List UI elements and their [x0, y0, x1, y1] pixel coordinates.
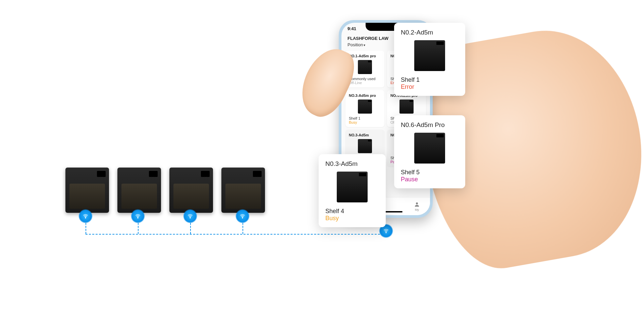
popup-status: Error	[401, 83, 459, 90]
device-card[interactable]: NO.3-Ad5m pro Shelf 1 Busy	[345, 90, 384, 127]
device-status: Off-Line	[349, 81, 381, 85]
svg-point-0	[85, 217, 86, 218]
device-name: NO.3-Ad5m	[349, 133, 381, 137]
device-shelf: Shelf 1	[349, 116, 381, 120]
printer-icon	[358, 139, 372, 153]
printer-icon	[358, 60, 372, 74]
svg-point-2	[190, 217, 191, 218]
popup-name: N0.6-Ad5m Pro	[401, 121, 459, 129]
printer-device	[117, 168, 161, 213]
printer-device	[221, 168, 265, 213]
svg-point-12	[416, 202, 418, 204]
printer-icon	[399, 100, 414, 114]
popup-name: N0.3-Ad5m	[325, 160, 379, 168]
wifi-icon	[131, 209, 145, 223]
popup-card[interactable]: N0.2-Ad5m Shelf 1 Error	[394, 23, 465, 96]
wifi-icon	[183, 209, 197, 223]
popup-status: Busy	[325, 215, 379, 222]
printer-icon	[337, 172, 368, 202]
printer-row	[65, 168, 265, 213]
printer-device	[169, 168, 213, 213]
popup-shelf: Shelf 4	[325, 208, 379, 215]
wifi-icon	[78, 209, 93, 223]
popup-shelf: Shelf 1	[401, 76, 459, 83]
popup-card[interactable]: N0.6-Ad5m Pro Shelf 5 Pause	[394, 115, 465, 188]
tab-label: My	[415, 208, 419, 211]
tab-my[interactable]: My	[414, 201, 420, 211]
user-icon	[414, 201, 420, 207]
popup-name: N0.2-Ad5m	[401, 29, 459, 36]
svg-point-3	[242, 217, 243, 218]
popup-status: Pause	[401, 176, 459, 183]
printer-icon	[414, 40, 445, 71]
device-status: Busy	[349, 120, 381, 124]
printer-icon	[358, 100, 372, 114]
wifi-icon	[235, 209, 250, 223]
status-time: 9:41	[347, 26, 356, 31]
device-name: NO.3-Ad5m pro	[349, 93, 381, 98]
printer-icon	[414, 133, 445, 164]
svg-point-1	[138, 217, 138, 218]
printer-device	[65, 168, 109, 213]
device-name: NO.1-Ad5m pro	[349, 54, 381, 58]
popup-shelf: Shelf 5	[401, 169, 459, 176]
popup-card[interactable]: N0.3-Ad5m Shelf 4 Busy	[319, 154, 386, 227]
device-shelf: Commonly used	[349, 77, 381, 81]
